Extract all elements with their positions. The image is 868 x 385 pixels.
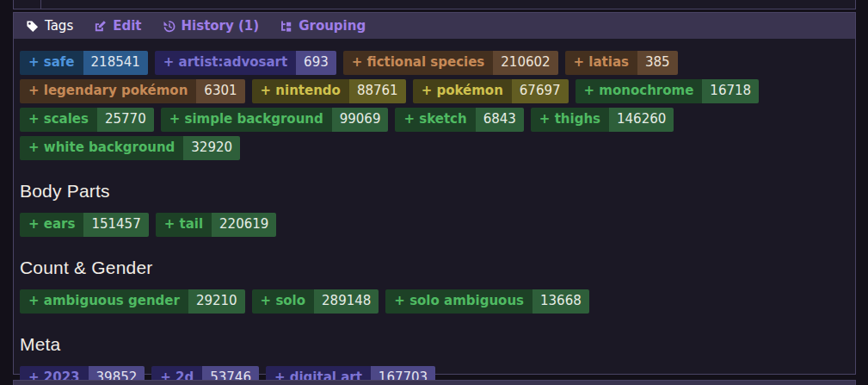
tag-add-link[interactable]: + safe: [20, 51, 83, 75]
tags-panel-body: + safe218541+ artist:advosart693+ fictio…: [14, 39, 855, 385]
tag-chip: + legendary pokémon6301: [20, 79, 245, 103]
tag-count[interactable]: 6301: [196, 79, 244, 103]
tag-chip: + fictional species210602: [343, 51, 558, 75]
tab-label: Tags: [45, 20, 73, 33]
previous-panel-divider: [40, 0, 41, 9]
edit-icon: [94, 20, 107, 33]
tag-count[interactable]: 385: [637, 51, 678, 75]
history-icon: [163, 20, 175, 33]
tag-count[interactable]: 220619: [212, 213, 276, 237]
tag-count[interactable]: 99069: [332, 108, 389, 132]
tab-label: History (1): [182, 20, 260, 33]
tag-add-link[interactable]: + monochrome: [576, 79, 703, 103]
tab-tags[interactable]: Tags: [26, 20, 73, 33]
tag-count[interactable]: 29210: [188, 289, 245, 314]
tag-add-link[interactable]: + tail: [156, 213, 212, 237]
previous-panel-bottom-edge: [13, 0, 856, 9]
tag-add-link[interactable]: + nintendo: [252, 79, 349, 103]
tag-add-link[interactable]: + simple background: [161, 108, 332, 132]
tags-panel-toolbar: TagsEditHistory (1)Grouping: [14, 13, 855, 39]
tag-add-link[interactable]: + ambiguous gender: [20, 289, 188, 314]
tag-row: + safe218541+ artist:advosart693+ fictio…: [20, 51, 849, 160]
tag-add-link[interactable]: + solo: [252, 289, 314, 314]
tag-chip: + scales25770: [20, 108, 154, 132]
tag-chip: + white background32920: [20, 136, 240, 160]
next-panel-top-edge: [13, 380, 856, 385]
tag-count[interactable]: 693: [296, 51, 336, 75]
tag-chip: + nintendo88761: [252, 79, 406, 103]
tag-add-link[interactable]: + white background: [20, 136, 183, 160]
tag-chip: + pokémon67697: [413, 79, 569, 103]
tag-chip: + monochrome16718: [576, 79, 760, 103]
tags-panel: TagsEditHistory (1)Grouping + safe218541…: [13, 12, 856, 375]
tag-count[interactable]: 146260: [609, 108, 674, 132]
tag-chip: + ambiguous gender29210: [20, 289, 245, 314]
tag-count[interactable]: 32920: [183, 136, 240, 160]
section-heading: Meta: [20, 334, 849, 355]
tag-row: + ambiguous gender29210+ solo289148+ sol…: [20, 289, 849, 314]
tag-count[interactable]: 25770: [97, 108, 154, 132]
tab-grouping[interactable]: Grouping: [280, 20, 366, 33]
tag-chip: + solo289148: [252, 289, 379, 314]
tag-chip: + tail220619: [156, 213, 277, 237]
tag-chip: + sketch6843: [395, 108, 523, 132]
tab-edit[interactable]: Edit: [94, 20, 141, 33]
tab-history-1[interactable]: History (1): [163, 20, 260, 33]
tag-chip: + solo ambiguous13668: [385, 289, 588, 314]
tag-count[interactable]: 67697: [512, 79, 569, 103]
tab-label: Grouping: [299, 20, 366, 33]
tag-row: + ears151457+ tail220619: [20, 213, 849, 237]
tag-add-link[interactable]: + artist:advosart: [155, 51, 296, 75]
tag-count[interactable]: 218541: [83, 51, 148, 75]
tag-count[interactable]: 289148: [314, 289, 379, 314]
tag-chip: + artist:advosart693: [155, 51, 336, 75]
tab-label: Edit: [113, 20, 141, 33]
tag-add-link[interactable]: + legendary pokémon: [20, 79, 196, 103]
tag-add-link[interactable]: + scales: [20, 108, 97, 132]
tag-count[interactable]: 88761: [349, 79, 406, 103]
section-heading: Count & Gender: [20, 258, 849, 278]
tag-chip: + thighs146260: [531, 108, 674, 132]
tag-count[interactable]: 13668: [532, 289, 589, 314]
tag-chip: + safe218541: [20, 51, 148, 75]
tag-chip: + ears151457: [20, 213, 149, 237]
grouping-icon: [280, 20, 292, 33]
tag-count[interactable]: 6843: [476, 108, 524, 132]
tag-add-link[interactable]: + fictional species: [343, 51, 494, 75]
tag-add-link[interactable]: + thighs: [531, 108, 609, 132]
tag-count[interactable]: 16718: [702, 79, 759, 103]
tag-add-link[interactable]: + sketch: [395, 108, 475, 132]
tag-icon: [26, 20, 39, 33]
tag-add-link[interactable]: + ears: [20, 213, 83, 237]
tag-add-link[interactable]: + latias: [565, 51, 637, 75]
tag-count[interactable]: 210602: [493, 51, 557, 75]
tag-add-link[interactable]: + solo ambiguous: [385, 289, 532, 314]
tag-add-link[interactable]: + pokémon: [413, 79, 512, 103]
section-heading: Body Parts: [20, 181, 849, 202]
tag-chip: + latias385: [565, 51, 678, 75]
tag-count[interactable]: 151457: [83, 213, 148, 237]
tag-chip: + simple background99069: [161, 108, 389, 132]
